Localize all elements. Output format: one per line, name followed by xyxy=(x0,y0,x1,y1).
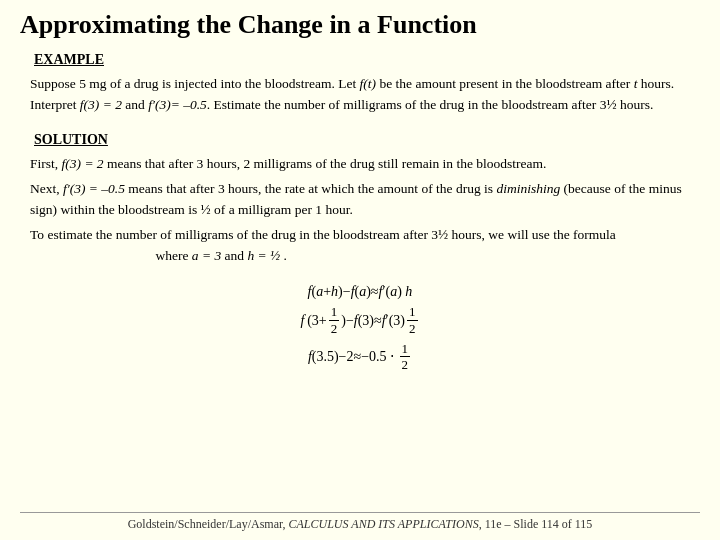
example-f3: f(3) = 2 xyxy=(80,97,122,112)
sol3-period: . xyxy=(280,248,287,263)
example-text: Suppose 5 mg of a drug is injected into … xyxy=(30,74,690,116)
solution-para-3: To estimate the number of milligrams of … xyxy=(30,225,690,267)
footer-rest: , 11e – Slide 114 of 115 xyxy=(479,517,593,531)
page: Approximating the Change in a Function E… xyxy=(0,0,720,540)
example-label: EXAMPLE xyxy=(34,52,690,68)
sol1-post: means that after 3 hours, 2 milligrams o… xyxy=(104,156,547,171)
sol1-math: f(3) = 2 xyxy=(62,156,104,171)
sol2-math: f′(3) = –0.5 xyxy=(63,181,125,196)
footer: Goldstein/Schneider/Lay/Asmar, CALCULUS … xyxy=(20,512,700,532)
example-text-5: . Estimate the number of milligrams of t… xyxy=(207,97,654,112)
sol2-post: means that after 3 hours, the rate at wh… xyxy=(125,181,497,196)
formula-line-2: f (3+ 1 2 )− f(3)≈ f′(3) 1 2 xyxy=(300,304,419,336)
sol3-and: and xyxy=(221,248,247,263)
solution-para-1: First, f(3) = 2 means that after 3 hours… xyxy=(30,154,690,175)
example-fprime: f′(3)= –0.5 xyxy=(148,97,207,112)
sol2-diminishing: diminishing xyxy=(496,181,560,196)
frac-half-top: 1 2 xyxy=(329,304,340,336)
page-title: Approximating the Change in a Function xyxy=(20,10,700,40)
formula-line-3: f(3.5)−2≈−0.5 ⋅ 1 2 xyxy=(308,341,412,373)
sol3-formula-inline xyxy=(34,248,156,263)
example-section: EXAMPLE Suppose 5 mg of a drug is inject… xyxy=(20,48,700,122)
footer-text: Goldstein/Schneider/Lay/Asmar, xyxy=(128,517,289,531)
sol3-where: where xyxy=(156,248,192,263)
sol3-pre: To estimate the number of milligrams of … xyxy=(30,227,616,242)
math-formulas-block: f(a+h)−f(a)≈f′(a) h f (3+ 1 2 )− f(3)≈ f… xyxy=(300,282,419,374)
solution-para-2: Next, f′(3) = –0.5 means that after 3 ho… xyxy=(30,179,690,221)
frac-half-bot: 1 2 xyxy=(400,341,411,373)
footer-italic: CALCULUS AND ITS APPLICATIONS xyxy=(289,517,479,531)
solution-section: SOLUTION First, f(3) = 2 means that afte… xyxy=(20,128,700,275)
example-text-1: Suppose 5 mg of a drug is injected into … xyxy=(30,76,360,91)
sol2-pre: Next, xyxy=(30,181,63,196)
sol3-h: h = ½ xyxy=(247,248,280,263)
example-text-4: and xyxy=(122,97,148,112)
frac-half-mid: 1 2 xyxy=(407,304,418,336)
solution-label: SOLUTION xyxy=(34,132,690,148)
formula-line-1: f(a+h)−f(a)≈f′(a) h xyxy=(308,284,413,300)
sol1-pre: First, xyxy=(30,156,62,171)
example-text-2: be the amount present in the bloodstream… xyxy=(376,76,634,91)
example-ft: f(t) xyxy=(360,76,377,91)
sol3-a: a = 3 xyxy=(192,248,221,263)
